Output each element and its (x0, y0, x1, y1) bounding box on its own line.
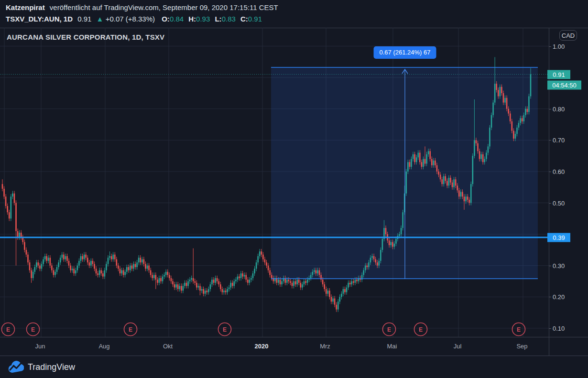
candle-body (477, 143, 479, 151)
tradingview-logo[interactable] (8, 360, 24, 374)
candle-body (108, 258, 109, 264)
candle-body (217, 278, 218, 281)
candle-body (135, 264, 136, 267)
candle-body (39, 266, 41, 269)
candle-body (196, 283, 197, 288)
candle-body (213, 280, 215, 283)
candle-body (389, 240, 390, 245)
candle-body (11, 196, 12, 218)
price-tick-dash (549, 297, 551, 297)
candle-body (504, 98, 506, 103)
candle-body (331, 297, 332, 302)
price-tick-dash (549, 266, 551, 266)
candle-body (175, 284, 177, 288)
candle-body (405, 172, 407, 194)
candle-body (41, 264, 43, 269)
price-axis[interactable]: CAD 1.000.800.700.600.500.300.200.10 0.9… (549, 28, 588, 337)
candle-body (349, 283, 351, 284)
candle-body (378, 261, 380, 266)
candle-body (305, 281, 306, 283)
candle-body (203, 289, 204, 294)
candle-body (90, 261, 92, 266)
candle-body (136, 262, 138, 267)
low-label: L: (215, 15, 221, 23)
candle-body (380, 250, 381, 261)
candle-body (250, 278, 252, 280)
candle-body (155, 275, 157, 280)
candle-body (172, 281, 174, 285)
candle-body (429, 151, 431, 159)
candle-body (298, 280, 300, 283)
candle-body (363, 270, 364, 275)
candle-body (63, 255, 65, 259)
high-label: H: (188, 15, 196, 23)
candle-body (100, 270, 102, 274)
candle-body (126, 267, 128, 272)
candle-body (17, 231, 19, 238)
candle-body (307, 280, 308, 283)
candle-body (77, 266, 78, 270)
candle-body (43, 259, 44, 264)
candle-body (97, 273, 98, 275)
time-axis-label: Aug (98, 343, 109, 350)
candle-body (516, 128, 518, 134)
candle-body (390, 242, 392, 246)
candle-body (201, 289, 203, 291)
time-axis-label: 2020 (255, 343, 269, 350)
symbol-interval: TSXV_DLY:AUN, 1D (6, 15, 73, 23)
candle-body (131, 266, 133, 269)
price-tick-label: 0.60 (553, 168, 565, 175)
candle-body (225, 291, 227, 292)
price-tick-dash (549, 328, 551, 329)
earnings-marker-letter: E (129, 326, 132, 333)
earnings-marker-letter: E (31, 326, 35, 333)
time-axis[interactable]: JunAugOkt2020MrzMaiJulSep (0, 337, 549, 356)
candle-body (446, 181, 448, 186)
candle-body (528, 96, 530, 112)
measure-rect[interactable] (271, 67, 538, 279)
candle-body (96, 269, 97, 273)
measure-label[interactable]: 0.67 (261.24%) 67 (374, 46, 436, 59)
candle-body (399, 234, 400, 236)
candle-body (222, 289, 223, 292)
price-tick-dash (549, 140, 551, 140)
open-value: 0.84 (170, 15, 184, 23)
candle-body (382, 239, 383, 250)
candle-body (120, 269, 121, 273)
candle-body (205, 291, 206, 294)
candle-body (143, 259, 145, 264)
candle-body (411, 159, 412, 167)
candle-body (332, 299, 334, 302)
candle-body (465, 196, 467, 201)
candle-body (480, 154, 482, 159)
candle-body (460, 192, 462, 197)
candle-body (314, 270, 315, 272)
symbol-status-line: TSXV_DLY:AUN, 1D 0.91 ▲ +0.07 (+8.33%) O… (6, 14, 278, 24)
chart-pane[interactable]: EEEEEEE AURCANA SILVER CORPORATION, 1D, … (0, 28, 549, 337)
candle-body (479, 151, 480, 159)
candle-body (78, 261, 80, 266)
bar-countdown-label: 04:54:50 (547, 80, 581, 89)
currency-button[interactable]: CAD (559, 30, 577, 41)
candle-body (326, 289, 327, 294)
candle-body (316, 270, 317, 274)
candle-body (450, 178, 451, 183)
candle-body (142, 259, 143, 263)
candle-body (300, 283, 301, 288)
candle-body (58, 262, 59, 267)
candle-body (94, 264, 95, 269)
candle-body (153, 275, 155, 278)
candle-body (179, 286, 180, 289)
candle-body (208, 289, 209, 292)
candle-body (165, 272, 167, 275)
candle-body (395, 239, 397, 244)
candle-body (353, 281, 354, 283)
candle-body (73, 269, 75, 273)
candle-body (171, 278, 172, 281)
candle-body (50, 258, 51, 265)
candle-body (438, 172, 439, 175)
candle-body (281, 281, 283, 285)
price-tick-label: 1.00 (553, 43, 565, 50)
candle-body (92, 261, 94, 264)
candle-body (68, 261, 70, 266)
